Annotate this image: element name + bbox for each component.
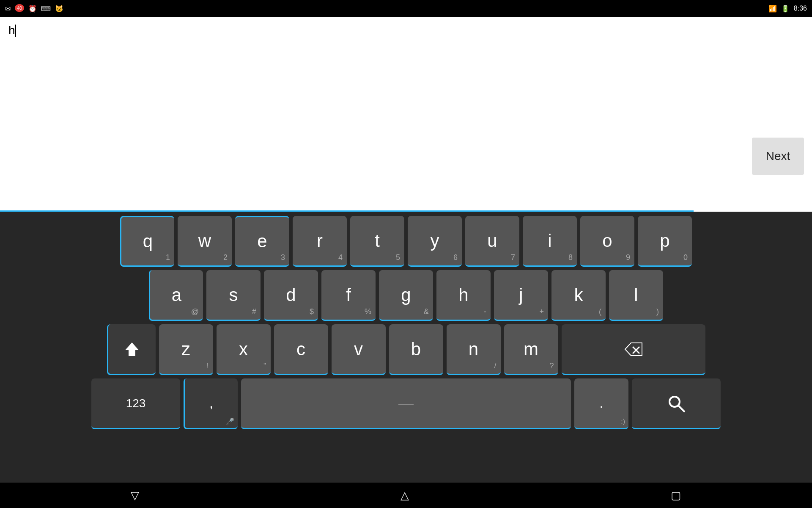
key-l[interactable]: l) (609, 270, 663, 321)
key-v[interactable]: v (332, 324, 386, 375)
key-n-sub: / (494, 362, 496, 370)
alarm-icon: ⏰ (28, 5, 37, 13)
key-n[interactable]: n/ (447, 324, 501, 375)
key-x-sub: " (263, 362, 266, 370)
typed-text: h (8, 24, 16, 37)
keyboard-icon: ⌨ (41, 5, 51, 13)
key-h[interactable]: h- (436, 270, 491, 321)
cat-icon: 🐱 (55, 5, 63, 13)
shift-icon (123, 341, 140, 358)
key-j-sub: + (539, 307, 544, 316)
key-s[interactable]: s# (206, 270, 261, 321)
gmail-icon: ✉ (5, 5, 11, 13)
home-button[interactable]: △ (384, 485, 426, 506)
key-e-sub: 3 (281, 253, 285, 262)
key-t[interactable]: t5 (350, 216, 404, 267)
key-a[interactable]: a@ (149, 270, 203, 321)
key-x[interactable]: x" (217, 324, 271, 375)
svg-marker-0 (125, 342, 139, 356)
backspace-icon (624, 342, 643, 356)
status-bar: ✉ 40 ⏰ ⌨ 🐱 📶 🔋 8:36 (0, 0, 812, 17)
key-backspace[interactable] (562, 324, 705, 375)
key-h-sub: - (484, 307, 486, 316)
text-value: h (8, 24, 15, 37)
text-area[interactable]: h (0, 17, 812, 212)
status-left: ✉ 40 ⏰ ⌨ 🐱 (5, 5, 768, 13)
key-p[interactable]: p0 (638, 216, 692, 267)
key-q[interactable]: q1 (120, 216, 174, 267)
key-u[interactable]: u7 (465, 216, 519, 267)
key-space[interactable]: — (241, 378, 571, 429)
key-g-sub: & (424, 307, 429, 316)
key-o-sub: 9 (626, 253, 630, 262)
key-123[interactable]: 123 (91, 378, 180, 429)
key-search[interactable] (632, 378, 721, 429)
key-s-sub: # (252, 307, 256, 316)
keyboard-row-2: a@ s# d$ f% g& h- j+ k( l) (3, 270, 809, 321)
key-comma[interactable]: ,🎤 (184, 378, 238, 429)
keyboard-row-3: z! x" c v b n/ m? (3, 324, 809, 375)
key-m[interactable]: m? (504, 324, 558, 375)
text-cursor (15, 25, 16, 37)
key-d[interactable]: d$ (264, 270, 318, 321)
key-m-sub: ? (549, 362, 554, 370)
battery-icon: 🔋 (781, 5, 790, 13)
key-q-sub: 1 (166, 253, 170, 262)
svg-line-4 (678, 406, 684, 411)
key-period[interactable]: .:) (574, 378, 628, 429)
key-r-sub: 4 (338, 253, 343, 262)
key-e[interactable]: e3 (235, 216, 289, 267)
key-z[interactable]: z! (159, 324, 213, 375)
key-b[interactable]: b (389, 324, 443, 375)
wifi-icon: 📶 (768, 5, 777, 13)
status-time: 8:36 (794, 5, 807, 12)
key-w-sub: 2 (223, 253, 228, 262)
key-f-sub: % (365, 307, 371, 316)
key-u-sub: 7 (511, 253, 515, 262)
key-k-sub: ( (599, 307, 601, 316)
next-button[interactable]: Next (752, 138, 804, 175)
key-j[interactable]: j+ (494, 270, 548, 321)
back-button[interactable]: ▽ (114, 485, 156, 506)
key-d-sub: $ (310, 307, 314, 316)
key-o[interactable]: o9 (580, 216, 634, 267)
smiley-icon: :) (621, 418, 625, 425)
mic-icon: 🎤 (226, 417, 234, 425)
recents-button[interactable]: ▢ (654, 485, 698, 506)
key-r[interactable]: r4 (293, 216, 347, 267)
keyboard: q1 w2 e3 r4 t5 y6 u7 i8 o9 p0 (0, 212, 812, 491)
key-y[interactable]: y6 (408, 216, 462, 267)
key-i-sub: 8 (568, 253, 573, 262)
key-p-sub: 0 (683, 253, 688, 262)
key-i[interactable]: i8 (523, 216, 577, 267)
space-dash: — (398, 395, 414, 412)
key-g[interactable]: g& (379, 270, 433, 321)
key-a-sub: @ (191, 307, 199, 316)
status-right: 📶 🔋 8:36 (768, 5, 807, 13)
key-f[interactable]: f% (321, 270, 376, 321)
key-w[interactable]: w2 (178, 216, 232, 267)
key-k[interactable]: k( (551, 270, 606, 321)
key-y-sub: 6 (453, 253, 458, 262)
key-z-sub: ! (206, 362, 208, 370)
key-c[interactable]: c (274, 324, 328, 375)
key-l-sub: ) (656, 307, 659, 316)
keyboard-row-4: 123 ,🎤 — .:) (3, 378, 809, 429)
key-t-sub: 5 (396, 253, 400, 262)
key-shift[interactable] (107, 324, 156, 375)
search-icon (667, 394, 686, 413)
keyboard-row-1: q1 w2 e3 r4 t5 y6 u7 i8 o9 p0 (3, 216, 809, 267)
nav-bar: ▽ △ ▢ (0, 483, 812, 508)
notification-badge: 40 (15, 4, 24, 12)
